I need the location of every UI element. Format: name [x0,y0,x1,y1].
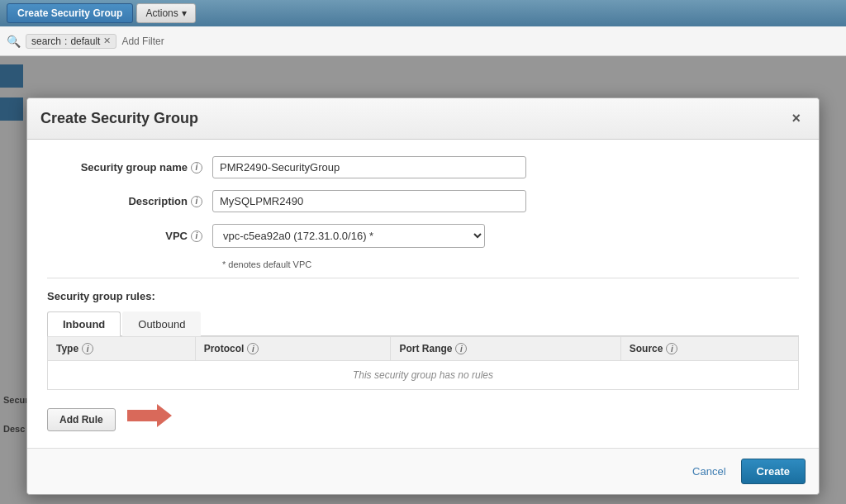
actions-button[interactable]: Actions ▾ [136,3,195,23]
search-tag-separator: : [64,36,67,47]
sg-rules-label: Security group rules: [47,290,799,302]
arrow-indicator [127,404,172,427]
col-protocol: Protocol i [195,337,391,361]
tab-outbound[interactable]: Outbound [122,311,201,336]
tab-inbound[interactable]: Inbound [47,311,121,336]
form-divider [47,278,799,278]
search-icon: 🔍 [7,35,21,48]
protocol-info-icon[interactable]: i [247,343,259,354]
search-tag-key: search [31,36,61,47]
cancel-button[interactable]: Cancel [684,460,734,483]
search-tag-value: default [70,36,100,47]
create-security-group-modal: Create Security Group × Security group n… [26,97,820,495]
table-header-row: Type i Protocol i Port R [48,337,799,361]
source-info-icon[interactable]: i [666,343,677,354]
rules-table: Type i Protocol i Port R [47,336,799,390]
modal-title: Create Security Group [40,110,198,127]
sg-name-info-icon[interactable]: i [191,162,202,174]
vpc-label: VPC i [47,230,212,242]
search-tag-close-icon[interactable]: ✕ [103,36,111,46]
empty-state-row: This security group has no rules [48,361,799,390]
add-filter-link[interactable]: Add Filter [121,36,164,47]
empty-state-message: This security group has no rules [48,361,799,390]
col-source: Source i [620,337,798,361]
actions-label: Actions [145,7,178,19]
description-label: Description i [47,195,212,207]
sg-name-label: Security group name i [47,161,212,174]
add-rule-button[interactable]: Add Rule [47,408,116,431]
search-bar: 🔍 search : default ✕ Add Filter [0,26,846,56]
toolbar: Create Security Group Actions ▾ [0,0,846,26]
sg-name-row: Security group name i [47,156,799,178]
description-row: Description i [47,190,799,212]
description-info-icon[interactable]: i [191,196,202,207]
vpc-row: VPC i vpc-c5ea92a0 (172.31.0.0/16) * [47,224,799,248]
create-button[interactable]: Create [741,459,806,484]
modal-header: Create Security Group × [27,98,819,140]
col-type: Type i [48,337,196,361]
create-security-group-button[interactable]: Create Security Group [7,3,133,23]
port-range-info-icon[interactable]: i [455,343,467,354]
type-info-icon[interactable]: i [82,343,93,354]
description-input[interactable] [212,190,526,212]
modal-footer: Cancel Create [27,448,819,494]
add-rule-section: Add Rule [47,400,799,431]
vpc-select[interactable]: vpc-c5ea92a0 (172.31.0.0/16) * [212,224,485,248]
vpc-note: * denotes default VPC [222,259,799,269]
sg-name-input[interactable] [212,156,526,178]
modal-body: Security group name i Description i VPC … [27,140,819,448]
vpc-info-icon[interactable]: i [191,231,202,242]
chevron-down-icon: ▾ [182,7,187,19]
col-port-range: Port Range i [391,337,620,361]
search-tag[interactable]: search : default ✕ [26,34,116,49]
rules-tabs: Inbound Outbound [47,311,799,336]
modal-close-button[interactable]: × [787,108,806,129]
